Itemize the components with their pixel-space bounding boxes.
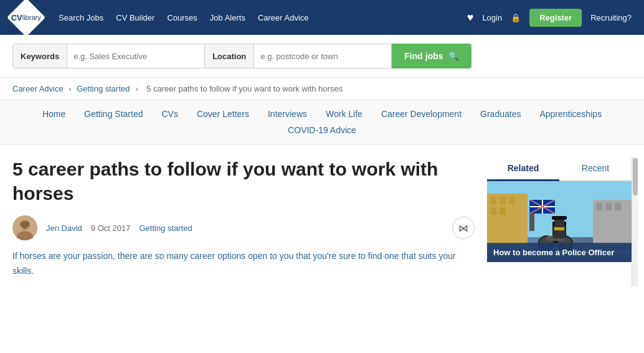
search-icon: 🔍 [448,51,459,61]
keywords-input[interactable] [67,44,204,68]
article-date: 9 Oct 2017 [91,224,131,233]
logo-library: library [22,14,41,21]
svg-rect-12 [596,203,602,210]
nav-cv-builder[interactable]: CV Builder [116,13,154,22]
breadcrumb-separator-2: › [135,84,140,93]
nav-courses[interactable]: Courses [167,13,197,22]
article: 5 career paths to follow if you want to … [12,157,475,286]
tab-related[interactable]: Related [487,157,559,181]
author-name[interactable]: Jen David [46,224,82,233]
sidebar-card[interactable]: How to become a Police Officer [487,181,632,262]
cat-interviews[interactable]: Interviews [268,109,307,119]
article-paragraph-1: If horses are your passion, there are so… [12,249,475,279]
article-title: 5 career paths to follow if you want to … [12,157,475,205]
register-button[interactable]: Register [529,9,582,27]
article-text-highlight: If horses are your passion, there are so… [12,251,456,276]
cat-career-development[interactable]: Career Development [381,109,462,119]
header-right: ♥ Login 🔒 Register Recruiting? [467,9,632,27]
breadcrumb-separator-1: › [69,84,73,93]
search-bar: Keywords Location Find jobs 🔍 [0,35,644,78]
nav-career-advice[interactable]: Career Advice [258,13,309,22]
find-jobs-button[interactable]: Find jobs 🔍 [392,44,471,68]
avatar-image [12,215,37,240]
favorites-icon[interactable]: ♥ [467,11,474,24]
svg-rect-19 [552,216,567,220]
logo-cv: CV [11,14,22,22]
location-field: Location [205,44,392,68]
logo[interactable]: CV library [12,4,40,31]
sidebar-card-caption: How to become a Police Officer [487,243,632,262]
share-button[interactable]: ⋈ [452,217,475,239]
cat-graduates[interactable]: Graduates [480,109,521,119]
sidebar-tabs: Related Recent [487,157,632,181]
share-icon: ⋈ [458,222,468,234]
find-jobs-label: Find jobs [404,51,443,61]
site-header: CV library Search Jobs CV Builder Course… [0,0,644,35]
login-link[interactable]: Login [482,13,502,22]
svg-rect-8 [509,197,515,204]
breadcrumb: Career Advice › Getting started › 5 care… [0,78,644,100]
svg-rect-6 [490,197,496,204]
sidebar-card-image: How to become a Police Officer [487,181,632,262]
category-nav-primary: Home Getting Started CVs Cover Letters I… [12,109,632,119]
lock-icon: 🔒 [511,13,521,22]
cat-cvs[interactable]: CVs [161,109,178,119]
svg-rect-14 [615,203,621,210]
scrollbar-thumb[interactable] [633,158,638,195]
breadcrumb-career-advice[interactable]: Career Advice [12,84,64,93]
cat-home[interactable]: Home [42,109,65,119]
article-meta: Jen David 9 Oct 2017 Getting started ⋈ [12,215,475,240]
article-category[interactable]: Getting started [139,224,192,233]
sidebar: Related Recent [487,157,632,286]
main-nav: Search Jobs CV Builder Courses Job Alert… [59,13,455,22]
breadcrumb-current: 5 career paths to follow if you want to … [146,84,343,93]
recruiting-link[interactable]: Recruiting? [590,13,632,22]
nav-job-alerts[interactable]: Job Alerts [210,13,245,22]
location-label: Location [205,44,254,68]
keywords-label: Keywords [13,44,67,68]
cat-apprenticeships[interactable]: Apprenticeships [539,109,602,119]
cat-getting-started[interactable]: Getting Started [84,109,143,119]
breadcrumb-getting-started[interactable]: Getting started [77,84,130,93]
cat-work-life[interactable]: Work Life [326,109,362,119]
article-body: If horses are your passion, there are so… [12,249,475,279]
cat-covid[interactable]: COVID-19 Advice [288,125,356,135]
cat-cover-letters[interactable]: Cover Letters [197,109,249,119]
keywords-field: Keywords [12,44,205,68]
category-nav: Home Getting Started CVs Cover Letters I… [0,100,644,144]
main-content: 5 career paths to follow if you want to … [0,144,644,299]
svg-rect-9 [490,207,496,215]
location-input[interactable] [254,44,391,68]
svg-rect-10 [500,207,506,215]
svg-rect-24 [554,227,564,230]
scrollbar[interactable] [632,157,638,286]
tab-recent[interactable]: Recent [559,157,632,180]
author-avatar [12,215,37,240]
svg-rect-7 [500,197,506,204]
svg-rect-13 [605,203,612,210]
nav-search-jobs[interactable]: Search Jobs [59,13,103,22]
category-nav-secondary: COVID-19 Advice [12,125,632,135]
